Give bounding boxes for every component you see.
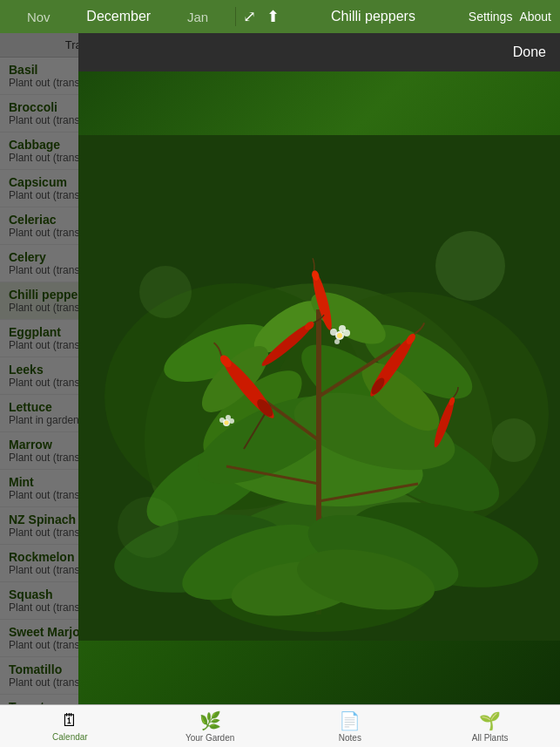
- svg-point-47: [225, 421, 229, 425]
- svg-point-45: [219, 418, 225, 423]
- svg-point-46: [226, 415, 231, 420]
- modal-image: [78, 71, 560, 704]
- share-icon[interactable]: ⬆: [267, 7, 280, 26]
- svg-point-41: [334, 339, 340, 344]
- tab-notes[interactable]: 📄 Notes: [280, 710, 421, 743]
- tab-your-garden[interactable]: 🌿 Your Garden: [140, 710, 280, 743]
- top-nav-bar: Nov December Jan ⤢ ⬆ Chilli peppers Sett…: [0, 0, 560, 33]
- image-modal-overlay: Done: [0, 33, 560, 704]
- month-nav: Nov December Jan: [0, 9, 235, 24]
- settings-about: Settings About: [460, 10, 560, 24]
- svg-point-57: [492, 418, 536, 462]
- tab-label-plants: All Plants: [472, 733, 509, 743]
- svg-point-56: [139, 266, 192, 318]
- svg-point-58: [118, 497, 179, 558]
- about-link[interactable]: About: [519, 10, 551, 24]
- svg-point-42: [337, 333, 342, 338]
- tab-label-notes: Notes: [339, 733, 361, 743]
- chilli-plant-svg: [78, 71, 560, 704]
- modal-header: Done: [78, 33, 560, 71]
- tab-label-calendar: Calendar: [52, 732, 88, 742]
- garden-icon: 🌿: [199, 710, 221, 731]
- tab-all-plants[interactable]: 🌱 All Plants: [420, 710, 560, 743]
- svg-point-55: [435, 231, 505, 301]
- svg-point-40: [339, 325, 346, 332]
- tab-label-garden: Your Garden: [186, 733, 234, 743]
- plants-icon: 🌱: [479, 710, 501, 731]
- content-nav: ⤢ ⬆ Chilli peppers Settings About: [235, 7, 560, 26]
- tab-bar: 🗓 Calendar 🌿 Your Garden 📄 Notes 🌱 All P…: [0, 704, 560, 747]
- nav-icons: ⤢ ⬆: [236, 7, 287, 26]
- svg-point-39: [330, 329, 337, 336]
- current-month: December: [86, 9, 151, 24]
- prev-month[interactable]: Nov: [27, 10, 51, 24]
- settings-link[interactable]: Settings: [469, 10, 513, 24]
- modal-container: Done: [78, 33, 560, 704]
- tab-calendar[interactable]: 🗓 Calendar: [0, 710, 140, 742]
- expand-icon[interactable]: ⤢: [243, 7, 256, 26]
- modal-done-button[interactable]: Done: [513, 44, 546, 60]
- notes-icon: 📄: [339, 710, 361, 731]
- calendar-icon: 🗓: [61, 710, 78, 730]
- page-title: Chilli peppers: [287, 9, 460, 24]
- next-month[interactable]: Jan: [187, 10, 208, 24]
